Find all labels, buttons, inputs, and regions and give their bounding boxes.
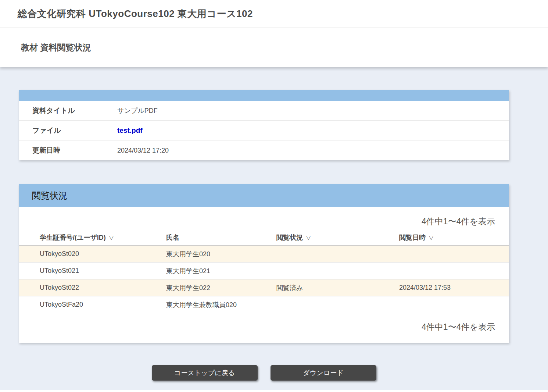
material-title-label: 資料タイトル <box>19 106 117 115</box>
material-panel-accent-bar <box>19 90 509 101</box>
table-row: UTokyoStFa20 東大用学生兼教職員020 <box>19 296 509 313</box>
status-table-header-row: 学生証番号/(ユーザID) ▽ 氏名 閲覧状況 ▽ 閲覧日時 ▽ <box>19 229 509 246</box>
cell-user-id: UTokyoStFa20 <box>40 301 166 309</box>
course-title-bar: 総合文化研究科 UTokyoCourse102 東大用コース102 <box>0 0 548 28</box>
result-count-top: 4件中1〜4件を表示 <box>19 207 509 229</box>
column-header-datetime-label: 閲覧日時 <box>399 233 426 242</box>
table-row: UTokyoSt020 東大用学生020 <box>19 246 509 263</box>
cell-name: 東大用学生021 <box>166 267 276 275</box>
page-header: 総合文化研究科 UTokyoCourse102 東大用コース102 教材 資料閲… <box>0 0 548 67</box>
material-info-panel: 資料タイトル サンプルPDF ファイル test.pdf 更新日時 2024/0… <box>19 90 509 160</box>
column-header-status: 閲覧状況 ▽ <box>276 233 399 242</box>
sort-user-id-icon[interactable]: ▽ <box>109 234 114 241</box>
cell-user-id: UTokyoSt021 <box>40 267 166 275</box>
column-header-status-label: 閲覧状況 <box>276 233 303 242</box>
viewing-status-panel: 閲覧状況 4件中1〜4件を表示 学生証番号/(ユーザID) ▽ 氏名 閲覧状況 … <box>19 184 509 343</box>
material-updated-label: 更新日時 <box>19 146 117 155</box>
cell-user-id: UTokyoSt022 <box>40 284 166 292</box>
column-header-name-label: 氏名 <box>166 233 179 242</box>
page-title: 教材 資料閲覧状況 <box>21 42 91 53</box>
column-header-name: 氏名 <box>166 233 276 242</box>
course-title: 総合文化研究科 UTokyoCourse102 東大用コース102 <box>18 7 253 20</box>
back-to-course-top-button[interactable]: コーストップに戻る <box>152 365 258 381</box>
download-button[interactable]: ダウンロード <box>271 365 376 381</box>
cell-name: 東大用学生022 <box>166 284 276 292</box>
viewing-status-title: 閲覧状況 <box>32 190 67 202</box>
viewing-status-header: 閲覧状況 <box>19 184 509 207</box>
cell-datetime: 2024/03/12 17:53 <box>399 284 509 292</box>
sort-datetime-icon[interactable]: ▽ <box>429 234 433 241</box>
result-count-bottom: 4件中1〜4件を表示 <box>19 313 509 343</box>
sort-status-icon[interactable]: ▽ <box>306 234 311 241</box>
cell-name: 東大用学生020 <box>166 250 276 259</box>
cell-status: 閲覧済み <box>276 284 399 292</box>
material-title-row: 資料タイトル サンプルPDF <box>19 101 509 121</box>
main-content: 資料タイトル サンプルPDF ファイル test.pdf 更新日時 2024/0… <box>19 90 509 343</box>
material-updated-row: 更新日時 2024/03/12 17:20 <box>19 140 509 160</box>
page-subtitle-bar: 教材 資料閲覧状況 <box>0 28 548 67</box>
column-header-datetime: 閲覧日時 ▽ <box>399 233 509 242</box>
column-header-user-id: 学生証番号/(ユーザID) ▽ <box>40 233 166 242</box>
material-file-label: ファイル <box>19 126 117 135</box>
column-header-user-id-label: 学生証番号/(ユーザID) <box>40 233 106 242</box>
material-file-row: ファイル test.pdf <box>19 121 509 140</box>
file-download-link[interactable]: test.pdf <box>117 126 143 135</box>
action-button-bar: コーストップに戻る ダウンロード <box>19 365 509 381</box>
cell-user-id: UTokyoSt020 <box>40 250 166 258</box>
material-updated-value: 2024/03/12 17:20 <box>117 147 169 154</box>
bottom-strip <box>0 390 548 392</box>
table-row: UTokyoSt021 東大用学生021 <box>19 263 509 279</box>
cell-name: 東大用学生兼教職員020 <box>166 300 276 309</box>
material-title-value: サンプルPDF <box>117 106 158 115</box>
table-row: UTokyoSt022 東大用学生022 閲覧済み 2024/03/12 17:… <box>19 279 509 296</box>
